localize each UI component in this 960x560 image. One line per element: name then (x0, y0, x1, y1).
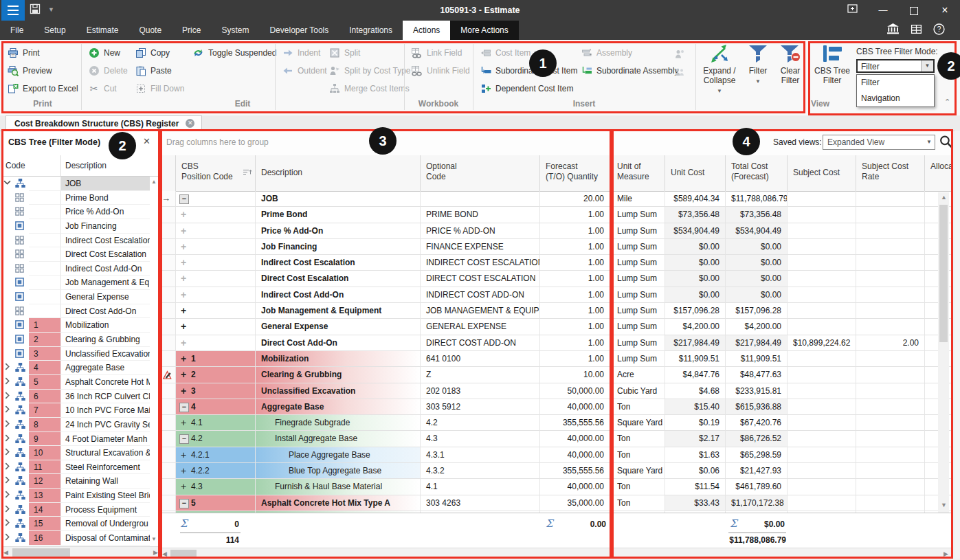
tab-cbs-register[interactable]: Cost Breakdown Structure (CBS) Register … (5, 115, 202, 131)
pin-window-icon[interactable] (838, 0, 866, 21)
save-dropdown-caret[interactable]: ▼ (48, 6, 54, 13)
table-row[interactable]: Job Management & Equipment JOB MANAGEMEN… (159, 303, 612, 319)
ribbon-button[interactable]: Copy (135, 47, 184, 58)
ribbon-button[interactable]: Indent (282, 47, 327, 58)
expand-toggle-icon[interactable] (179, 194, 189, 204)
cbs-tree-close-icon[interactable]: ✕ (143, 136, 150, 146)
tree-col-description[interactable]: Description (61, 155, 158, 176)
grid-horizontal-scrollbar[interactable]: ◀ (159, 548, 612, 559)
ribbon-button[interactable] (673, 48, 689, 60)
chevron-right-icon[interactable] (3, 434, 12, 444)
expand-toggle-icon[interactable] (179, 482, 188, 491)
table-row[interactable]: Lump Sum $157,096.28 $157,096.28 (612, 303, 952, 319)
chevron-down-icon[interactable] (3, 179, 12, 188)
table-row[interactable]: 4.2 Install Aggregate Base 4.3 40,000.00 (159, 431, 612, 447)
table-row[interactable]: Direct Cost Escalation DIRECT COST ESCAL… (159, 271, 612, 287)
tree-row[interactable]: 9 4 Foot Diameter Manh (1, 432, 160, 447)
table-row[interactable]: Lump Sum $534,904.49 $534,904.49 (612, 223, 952, 239)
ribbon-button[interactable]: Assembly (581, 47, 678, 58)
table-row[interactable]: 1 Mobilization 641 0100 1.00 (159, 351, 612, 367)
bank-icon[interactable] (886, 23, 900, 37)
table-row[interactable]: Lump Sum $4,200.00 $4,200.00 (612, 319, 952, 335)
tree-row[interactable]: Job Management & Eq (1, 276, 160, 290)
expand-toggle-icon[interactable] (179, 499, 189, 508)
expand-toggle-icon[interactable] (179, 418, 188, 427)
chevron-down-icon[interactable]: ▼ (921, 60, 933, 71)
ribbon-button[interactable]: Merge Cost Items (328, 82, 411, 94)
table-row[interactable]: Cubic Yard $4.68 $233,915.81 (612, 383, 952, 399)
cbs-tree-filter-mode-select[interactable]: Filter ▼ (856, 59, 935, 73)
col-header-allocate[interactable]: Allocate (925, 155, 952, 191)
col-header-optional-code[interactable]: Optional Code (421, 155, 540, 191)
grid-horizontal-scrollbar-right[interactable]: ▶ (612, 548, 952, 559)
menu-quote[interactable]: Quote (129, 21, 172, 40)
col-header-total-cost[interactable]: Total Cost (Forecast) (726, 155, 788, 191)
table-row[interactable]: Square Yard $0.19 $67,420.76 (612, 415, 952, 431)
mode-option[interactable]: Navigation (857, 91, 934, 107)
table-row[interactable]: Direct Cost Add-On DIRECT COST ADD-ON 1.… (159, 335, 612, 351)
ribbon-button[interactable]: Toggle Suspended (192, 47, 276, 58)
menu-developer-tools[interactable]: Developer Tools (259, 21, 339, 40)
chevron-right-icon[interactable] (3, 519, 12, 528)
tree-row[interactable]: 2 Clearing & Grubbing (1, 333, 160, 347)
col-header-forecast-qty[interactable]: Forecast (T/O) Quantity (540, 155, 610, 191)
tree-row[interactable]: 1 Mobilization (1, 318, 160, 333)
chevron-right-icon[interactable] (3, 462, 12, 472)
tree-row[interactable]: Indirect Cost Escalation (1, 234, 160, 248)
ribbon-button[interactable]: Cost Item (480, 47, 577, 58)
chevron-right-icon[interactable] (3, 363, 12, 372)
col-header-cbs-position-code[interactable]: CBS Position Code (176, 155, 256, 191)
collapse-ribbon-chevron[interactable]: ⌃ (944, 98, 950, 107)
table-row[interactable]: Lump Sum $73,356.48 $73,356.48 (612, 207, 952, 223)
grid-scroll-thumb[interactable] (170, 550, 197, 558)
expand-toggle-icon[interactable] (179, 355, 188, 363)
tree-row[interactable]: 7 10 Inch PVC Force Mai (1, 403, 160, 418)
tree-scroll-up-icon[interactable]: ▲ (151, 179, 158, 185)
expand-toggle-icon[interactable] (179, 243, 188, 251)
tree-row[interactable]: Direct Cost Add-On (1, 304, 160, 319)
expand-toggle-icon[interactable] (179, 306, 188, 315)
scroll-left-icon[interactable]: ◀ (162, 550, 167, 557)
tree-scroll-down-icon[interactable]: ▼ (151, 536, 158, 542)
expand-toggle-icon[interactable] (179, 322, 188, 331)
table-row[interactable]: Lump Sum $0.00 $0.00 (612, 239, 952, 255)
ribbon-button[interactable]: Paste (135, 65, 184, 76)
table-row[interactable]: Lump Sum $11,909.51 $11,909.51 (612, 351, 952, 367)
ribbon-button[interactable]: Split (328, 47, 411, 58)
maximize-button[interactable] (900, 0, 928, 21)
ribbon-button[interactable]: Dependent Cost Item (480, 82, 577, 94)
table-row[interactable]: Ton $1.63 $65,298.59 (612, 447, 952, 463)
table-row[interactable]: 4.2.2 Blue Top Aggregate Base 4.3.2 355,… (159, 463, 612, 479)
tree-row[interactable]: Indirect Cost Add-On (1, 262, 160, 276)
table-row[interactable]: Indirect Cost Add-On INDIRECT COST ADD-O… (159, 287, 612, 303)
ribbon-button[interactable]: Outdent (282, 65, 327, 76)
tree-row[interactable]: 8 24 Inch PVC Gravity Se (1, 418, 160, 432)
ribbon-button[interactable]: Delete (88, 65, 128, 76)
table-view-icon[interactable] (911, 23, 922, 37)
table-row[interactable]: Price % Add-On PRICE % ADD-ON 1.00 (159, 223, 612, 239)
clear-filter-button[interactable]: Clear Filter (775, 43, 805, 85)
col-header-subject-cost[interactable]: Subject Cost (788, 155, 856, 191)
chevron-right-icon[interactable] (3, 476, 12, 486)
expand-collapse-button[interactable]: Expand / Collapse ▼ (698, 43, 741, 95)
tree-row[interactable]: 10 Structural Excavation & (1, 446, 160, 460)
chevron-right-icon[interactable] (3, 377, 12, 387)
cbs-tree-filter-button[interactable]: CBS Tree Filter (814, 43, 851, 85)
table-row[interactable]: → JOB 20.00 (159, 191, 612, 207)
tree-row[interactable]: Price % Add-On (1, 205, 160, 219)
expand-toggle-icon[interactable] (179, 274, 188, 282)
expand-toggle-icon[interactable] (179, 451, 188, 459)
table-row[interactable]: 4.1 Finegrade Subgrade 4.2 355,555.56 (159, 415, 612, 431)
scroll-left-icon[interactable]: ◀ (3, 549, 8, 556)
col-header-unit-of-measure[interactable]: Unit of Measure (612, 155, 665, 191)
search-icon[interactable] (939, 134, 952, 151)
table-row[interactable]: Lump Sum $0.00 $0.00 (612, 287, 952, 303)
chevron-right-icon[interactable] (3, 448, 12, 458)
grid-vertical-scrollbar[interactable]: ▲ ▼ (938, 192, 949, 513)
expand-toggle-icon[interactable] (179, 387, 188, 395)
minimize-button[interactable]: — (869, 0, 897, 21)
ribbon-button[interactable]: ✂Cut (88, 82, 128, 94)
chevron-right-icon[interactable] (3, 392, 12, 401)
tree-row[interactable]: 12 Retaining Wall (1, 474, 160, 489)
table-row[interactable]: Indirect Cost Escalation INDIRECT COST E… (159, 255, 612, 271)
